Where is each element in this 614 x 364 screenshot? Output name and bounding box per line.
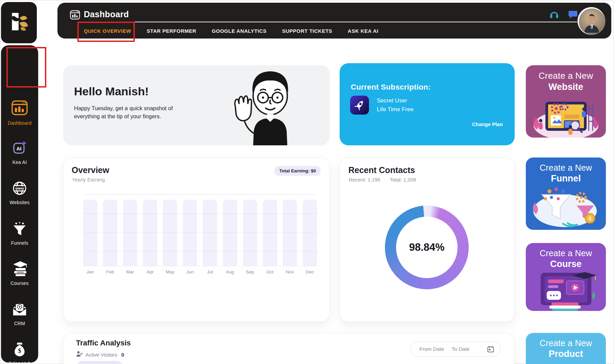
bar-dec [303, 200, 317, 266]
graduation-books-icon [11, 261, 28, 278]
sidebar-item-label: Kea AI [13, 160, 27, 165]
bar-series [83, 200, 317, 266]
subscription-user: Secret User [377, 97, 407, 104]
promo-line1: Create a New [526, 71, 606, 81]
welcome-title: Hello Manish! [74, 85, 149, 98]
tab-support-tickets[interactable]: SUPPORT TICKETS [282, 28, 332, 34]
svg-text:$: $ [18, 347, 21, 354]
bar-apr [143, 200, 157, 266]
bar-jan [83, 200, 97, 266]
recent-contacts-title: Recent Contacts [348, 165, 415, 175]
top-header: Dashboard QUICK OVERVIEW STAR PERFORMER … [57, 3, 611, 39]
traffic-partial-pill [76, 361, 123, 364]
app-window: Dashboard AI Kea AI www [0, 0, 614, 364]
welcome-subtitle-line2: everything at the tip of your fingers. [74, 113, 161, 120]
promo-line2: Product [526, 349, 606, 359]
total-earning-badge: Total Earning: $0 [274, 166, 321, 176]
dashboard-window-chart-icon [10, 99, 29, 118]
date-range-picker[interactable]: From Date To Date [410, 342, 501, 357]
sidebar-item-funnels[interactable]: Funnels [1, 217, 38, 249]
funnel-illustration: $ [531, 186, 601, 228]
calendar-icon[interactable] [487, 345, 494, 353]
bar-mar [123, 200, 137, 266]
subscription-plan: Life Time Free [377, 106, 414, 113]
sidebar-item-label: Dashboard [8, 120, 31, 126]
promo-line2: Website [526, 82, 606, 92]
create-product-card[interactable]: Create a New Product [526, 333, 606, 364]
header-tabs: QUICK OVERVIEW STAR PERFORMER GOOGLE ANA… [84, 25, 378, 37]
headphones-icon[interactable] [549, 10, 559, 20]
user-avatar[interactable] [578, 7, 605, 35]
tab-star-performer[interactable]: STAR PERFORMER [147, 28, 196, 34]
subscription-card: Current Subscription: Secret User Life T… [340, 63, 515, 145]
dashboard-title-icon [70, 9, 80, 22]
yearly-earning-bar-chart: JanFeb MarApr MayJun JulAug SepOct NovDe… [82, 194, 318, 277]
active-visitors-value: 0 [121, 352, 124, 358]
tab-quick-overview[interactable]: QUICK OVERVIEW [84, 28, 131, 34]
chat-icon[interactable] [568, 10, 578, 20]
page-title: Dashboard [84, 9, 129, 19]
bar-jul [203, 200, 217, 266]
tab-google-analytics[interactable]: GOOGLE ANALYTICS [212, 28, 267, 34]
recent-contacts-card: Recent Contacts Recent: 1,195 Total: 1,2… [339, 157, 515, 322]
svg-text:AI: AI [17, 146, 22, 151]
recent-count: Recent: 1,195 [349, 177, 380, 183]
sidebar-item-kea-ai[interactable]: AI Kea AI [1, 136, 38, 168]
bar-aug [223, 200, 237, 266]
waving-man-illustration [230, 67, 302, 145]
product-illustration [531, 361, 601, 364]
svg-text:$: $ [589, 216, 591, 221]
active-visitors-label: Active Visitors [85, 352, 117, 358]
bar-oct [263, 200, 277, 266]
sidebar-item-label: Websites [10, 200, 30, 205]
bar-may [163, 200, 177, 266]
bar-nov [283, 200, 297, 266]
kea-bird-logo-icon [8, 11, 30, 34]
promo-line1: Create a New [526, 163, 606, 173]
header-divider [91, 22, 577, 22]
tab-ask-kea-ai[interactable]: ASK KEA AI [348, 28, 378, 34]
sidebar-item-label: Courses [10, 281, 29, 286]
overview-card: Overview Yearly Earning Total Earning: $… [63, 157, 330, 322]
envelope-gear-icon [11, 301, 28, 318]
overview-title: Overview [72, 165, 109, 175]
month-axis-labels: JanFeb MarApr MayJun JulAug SepOct NovDe… [83, 269, 317, 274]
sidebar-item-courses[interactable]: Courses [1, 257, 38, 289]
website-illustration [531, 94, 601, 138]
ai-sparkle-icon: AI [11, 140, 28, 157]
overview-subtitle: Yearly Earning [72, 177, 105, 183]
donut-center-value: 98.84% [409, 241, 444, 253]
sidebar-item-dashboard[interactable]: Dashboard [1, 96, 38, 128]
promo-line1: Create a New [526, 248, 606, 258]
subscription-heading: Current Subscription: [351, 83, 431, 92]
sidebar-item-label: Sales Hub [8, 361, 31, 364]
promo-line2: Funnel [526, 173, 606, 184]
rocket-icon [350, 96, 369, 115]
contacts-donut-chart: 98.84% [385, 205, 469, 289]
course-illustration [531, 271, 601, 311]
create-course-card[interactable]: Create a New Course [526, 243, 606, 311]
to-date-field[interactable]: To Date [451, 346, 469, 352]
bar-jun [183, 200, 197, 266]
change-plan-link[interactable]: Change Plan [472, 121, 503, 127]
money-bag-icon: $ [12, 341, 27, 358]
bar-sep [243, 200, 257, 266]
create-funnel-card[interactable]: Create a New Funnel $ [526, 157, 606, 230]
sidebar-item-sales-hub[interactable]: $ Sales Hub [1, 337, 38, 364]
welcome-card: Hello Manish! Happy Tuesday, get a quick… [63, 65, 330, 145]
kea-logo[interactable] [1, 2, 37, 43]
traffic-title: Traffic Analysis [76, 339, 131, 347]
sidebar-item-crm[interactable]: CRM [1, 297, 38, 330]
from-date-field[interactable]: From Date [419, 346, 444, 352]
svg-text:www: www [15, 186, 24, 190]
globe-www-icon: www [12, 180, 27, 197]
bar-feb [103, 200, 117, 266]
total-count: Total: 1,209 [390, 177, 416, 183]
welcome-subtitle-line1: Happy Tuesday, get a quick snapshot of [74, 105, 173, 112]
sidebar-item-websites[interactable]: www Websites [1, 176, 38, 209]
sidebar: Dashboard AI Kea AI www [1, 45, 38, 363]
create-website-card[interactable]: Create a New Website [526, 65, 606, 138]
promo-line2: Course [526, 259, 606, 269]
sidebar-item-label: Funnels [11, 240, 28, 246]
promo-line1: Create a New [526, 338, 606, 348]
